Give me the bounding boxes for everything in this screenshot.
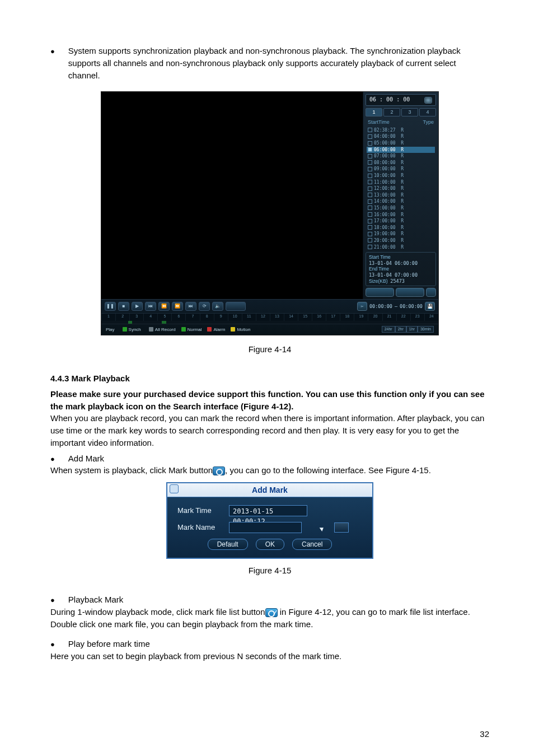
default-button[interactable]: Default xyxy=(208,539,248,550)
control-row: ❚❚ ■ ▶ ⏮ ⏪ ⏩ ⏭ ⟳ 🔈 ✂ 00:00:00 – 00:00:00… xyxy=(101,300,438,313)
bullet-disc: ● xyxy=(50,454,55,465)
fast-button[interactable]: ⏩ xyxy=(172,302,183,311)
channel-tab-3[interactable]: 3 xyxy=(401,108,418,116)
file-row[interactable]: 07:00:00 R xyxy=(367,153,435,160)
ruler-tick: 7 xyxy=(185,314,199,321)
ruler-tick: 14 xyxy=(284,314,298,321)
dialog-title-bar: Add Mark xyxy=(167,483,372,497)
cancel-button[interactable]: Cancel xyxy=(292,539,332,550)
bold-note: Please make sure your purchased device s… xyxy=(50,388,489,413)
zoom-pill[interactable]: 30min xyxy=(418,326,434,333)
ruler-tick: 23 xyxy=(410,314,424,321)
file-row[interactable]: 20:00:00 R xyxy=(367,237,435,244)
zoom-pill[interactable]: 24hr xyxy=(382,326,395,333)
zoom-pills: 24hr2hr1hr30min xyxy=(382,326,434,333)
time-ruler[interactable]: 123456789101112131415161718192021222324 xyxy=(101,313,438,321)
playback-mark-text: During 1-window playback mode, click mar… xyxy=(50,606,489,631)
end-time-value: 13-01-04 07:00:00 xyxy=(369,272,418,278)
file-list[interactable]: 02:38:27 R04:00:00 R05:00:00 R06:00:00 R… xyxy=(366,127,436,250)
add-mark-bullet: ● Add Mark xyxy=(50,452,489,465)
file-row[interactable]: 21:00:00 R xyxy=(367,244,435,251)
prev-frame-button[interactable]: ⏮ xyxy=(145,302,156,311)
ruler-tick: 20 xyxy=(368,314,382,321)
bottom-status: Play Synch All RecordNormalAlarmMotion 2… xyxy=(101,324,438,334)
mark-time-row: Mark Time 2013-01-15 00:00:12 xyxy=(177,505,362,516)
file-row[interactable]: 16:00:00 R xyxy=(367,212,435,218)
add-mark-text-b: , you can go to the following interface.… xyxy=(225,465,431,475)
add-mark-dialog: Add Mark Mark Time 2013-01-15 00:00:12 M… xyxy=(166,482,373,559)
bullet-disc: ● xyxy=(50,595,55,606)
mark-name-field[interactable] xyxy=(229,522,302,533)
channel-tab-1[interactable]: 1 xyxy=(366,108,382,116)
density-bar xyxy=(101,321,438,324)
list-toggle-icon[interactable] xyxy=(424,97,432,104)
end-time-label: End Time xyxy=(369,266,389,272)
ruler-tick: 5 xyxy=(157,314,171,321)
file-row[interactable]: 12:00:00 R xyxy=(367,185,435,192)
figure-4-14-caption: Figure 4-14 xyxy=(50,343,489,356)
current-time-box: 06 : 00 : 00 xyxy=(366,94,436,106)
side-button-1[interactable] xyxy=(366,288,394,297)
file-row[interactable]: 11:00:00 R xyxy=(367,179,435,186)
ruler-tick: 18 xyxy=(340,314,354,321)
current-time: 06 : 00 : 00 xyxy=(369,96,410,104)
ruler-tick: 12 xyxy=(256,314,270,321)
mark-time-field[interactable]: 2013-01-15 00:00:12 xyxy=(229,505,307,516)
file-row[interactable]: 19:00:00 R xyxy=(367,231,435,237)
loop-button[interactable]: ⟳ xyxy=(199,302,210,311)
play-before-label: Play before mark time xyxy=(68,638,150,650)
file-row[interactable]: 08:00:00 R xyxy=(367,160,435,166)
size-value: 25473 xyxy=(390,278,405,284)
vol-slider[interactable] xyxy=(226,302,246,311)
side-panel: 06 : 00 : 00 1234 StartTime Type 02:38:2… xyxy=(363,92,438,299)
ruler-tick: 17 xyxy=(326,314,340,321)
side-button-3[interactable] xyxy=(426,288,436,297)
slow-button[interactable]: ⏪ xyxy=(158,302,170,311)
add-mark-text-a: When system is playback, click Mark butt… xyxy=(50,465,213,475)
ok-button[interactable]: OK xyxy=(256,539,284,550)
bullet-disc: ● xyxy=(50,46,55,81)
clip-range: ✂ 00:00:00 – 00:00:00 💾 xyxy=(357,302,435,311)
keyboard-icon[interactable] xyxy=(334,522,349,533)
size-label: Size(KB) xyxy=(369,278,388,284)
pause-button[interactable]: ❚❚ xyxy=(105,302,116,311)
file-row[interactable]: 09:00:00 R xyxy=(367,166,435,172)
zoom-pill[interactable]: 2hr xyxy=(395,326,406,333)
page-number: 32 xyxy=(480,728,489,740)
ruler-tick: 16 xyxy=(312,314,326,321)
file-row[interactable]: 15:00:00 R xyxy=(367,205,435,212)
play-button[interactable]: ▶ xyxy=(132,302,143,311)
file-row[interactable]: 18:00:00 R xyxy=(367,225,435,231)
channel-tab-4[interactable]: 4 xyxy=(419,108,436,116)
zoom-pill[interactable]: 1hr xyxy=(406,326,418,333)
legends: All RecordNormalAlarmMotion xyxy=(149,326,256,333)
file-row[interactable]: 05:00:00 R xyxy=(367,140,435,147)
legend-item: Normal xyxy=(181,327,202,332)
legend-item: Alarm xyxy=(207,327,225,332)
cursor-icon xyxy=(318,524,324,531)
file-row[interactable]: 17:00:00 R xyxy=(367,218,435,225)
col-type: Type xyxy=(423,119,434,126)
save-clip-icon[interactable]: 💾 xyxy=(425,302,435,311)
file-row[interactable]: 02:38:27 R xyxy=(367,127,435,134)
file-row[interactable]: 06:00:00 R xyxy=(367,147,435,153)
channel-tab-2[interactable]: 2 xyxy=(383,108,400,116)
scissors-icon[interactable]: ✂ xyxy=(357,302,367,311)
file-row[interactable]: 13:00:00 R xyxy=(367,192,435,199)
clip-dash: – xyxy=(395,303,397,310)
channel-selector: 1234 xyxy=(366,108,436,116)
vol-button[interactable]: 🔈 xyxy=(212,302,223,311)
file-list-header: StartTime Type xyxy=(366,116,436,127)
file-row[interactable]: 04:00:00 R xyxy=(367,133,435,140)
ruler-tick: 21 xyxy=(382,314,396,321)
stop-button[interactable]: ■ xyxy=(118,302,129,311)
next-frame-button[interactable]: ⏭ xyxy=(185,302,196,311)
col-starttime: StartTime xyxy=(368,119,390,126)
file-row[interactable]: 14:00:00 R xyxy=(367,198,435,205)
sync-check[interactable]: Synch xyxy=(123,326,141,333)
file-row[interactable]: 10:00:00 R xyxy=(367,172,435,179)
side-button-2[interactable] xyxy=(396,288,424,297)
mark-time-label: Mark Time xyxy=(177,506,222,516)
play-before-text: Here you can set to begin playback from … xyxy=(50,650,489,662)
play-mode: Play xyxy=(106,326,115,333)
